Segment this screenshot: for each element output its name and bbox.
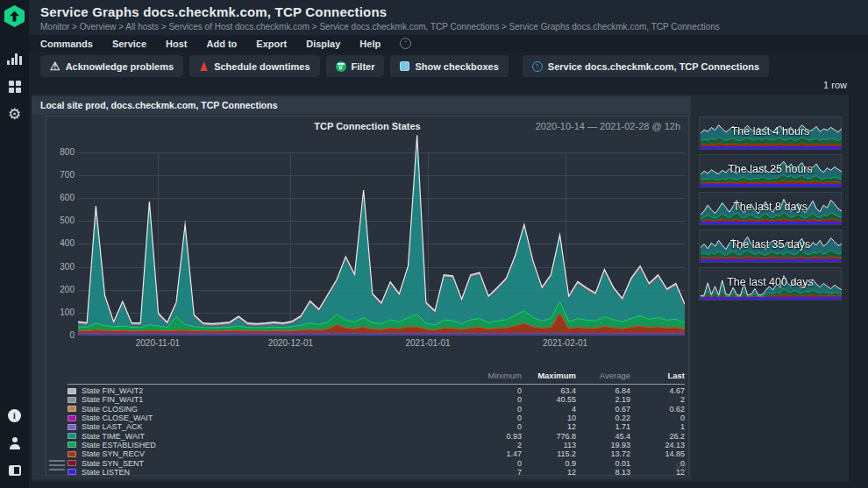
schedule-downtimes-button[interactable]: Schedule downtimes [189,55,319,77]
left-rail: ⚙ i [0,0,29,488]
legend-row-closing[interactable]: State CLOSING040.670.62 [68,405,685,414]
legend-row-fin_wait2[interactable]: State FIN_WAIT2063.46.844.67 [68,386,685,395]
legend-row-listen[interactable]: State LISTEN7128.1312 [68,468,685,477]
series-avg: 45.4 [576,432,630,441]
user-icon[interactable] [0,434,29,453]
series-min: 0.93 [467,432,522,441]
series-last: 1 [630,422,685,431]
series-min: 0 [467,414,522,422]
sidebar-panel-icon [9,465,21,476]
button-label: Show checkboxes [415,61,498,72]
graph-panel: Local site prod, docs.checkmk.com, TCP C… [32,96,691,479]
graph-container: TCP Connection States 2020-10-14 — 2021-… [46,116,689,476]
minigraph-the-last-8-days[interactable]: The last 8 days [699,192,842,225]
customize-icon[interactable] [0,77,29,96]
menu-collapse-button[interactable]: ˆ [400,38,411,49]
series-max: 40.55 [522,395,576,404]
series-avg: 0.22 [576,414,630,422]
grid-icon [9,81,21,93]
menu-item-export[interactable]: Export [256,39,287,49]
legend-row-last_ack[interactable]: State LAST_ACK0121.711 [68,422,685,431]
legend-row-time_wait[interactable]: State TIME_WAIT0.93776.845.426.2 [68,431,685,440]
legend-row-established[interactable]: State ESTABLISHED211319.9324.13 [68,441,685,449]
menu-item-commands[interactable]: Commands [40,39,93,49]
menu-item-service[interactable]: Service [112,39,146,49]
x-tick-2021-01-01: 2021-01-01 [405,338,450,348]
help-icon[interactable]: i [0,406,29,425]
x-tick-2021-02-01: 2021-02-01 [543,338,587,348]
legend-header-last[interactable]: Last [630,371,685,380]
legend-divider [68,384,685,385]
legend-header-maximum[interactable]: Maximum [522,371,576,380]
chart-time-range: 2020-10-14 — 2021-02-28 @ 12h [536,121,680,131]
downtime-cone-icon [199,61,209,71]
series-max: 776.8 [522,432,576,441]
legend-header-minimum[interactable]: Minimum [467,371,522,380]
series-label: State FIN_WAIT2 [82,386,143,395]
series-avg: 2.19 [576,395,630,404]
legend-row-syn_sent[interactable]: State SYN_SENT00.90.010 [68,458,685,467]
minigraph-the-last-400-days[interactable]: The last 400 days [699,267,842,301]
graph-drag-handle[interactable] [49,460,65,473]
minigraph-label: The last 35 days [700,238,841,251]
service-link-icon: ↑ [532,61,543,72]
minigraph-label: The last 400 days [700,276,841,288]
menubar: CommandsServiceHostAdd toExportDisplayHe… [29,35,868,52]
checkmk-logo-icon[interactable] [4,5,25,27]
monitor-icon[interactable] [0,49,29,68]
series-label: State ESTABLISHED [82,441,156,449]
menu-item-host[interactable]: Host [166,39,187,49]
menu-item-display[interactable]: Display [306,39,340,49]
legend-row-syn_recv[interactable]: State SYN_RECV1.47115.213.7214.85 [68,449,685,458]
acknowledge-problems-button[interactable]: ⚠Acknowledge problems [40,55,183,77]
sidebar-toggle-icon[interactable] [0,461,29,480]
series-min: 7 [467,468,522,477]
series-min: 2 [467,441,522,449]
minigraph-the-last-25-hours[interactable]: The last 25 hours [699,154,842,187]
logo-arrow-icon [10,11,19,22]
minigraph-label: The last 8 days [700,201,841,213]
filter-icon [336,61,346,72]
row-count: 1 row [823,80,847,90]
tcp-connections-chart[interactable] [78,134,685,336]
series-min: 0 [467,386,522,395]
graph-resize-handle[interactable] [676,463,687,473]
series-last: 14.85 [630,449,685,458]
series-min: 1.47 [467,449,522,458]
button-label: Service docs.checkmk.com, TCP Connection… [548,61,759,72]
setup-icon[interactable]: ⚙ [0,104,29,124]
y-tick-0: 0 [48,330,75,340]
series-color-swatch [68,433,76,439]
service-docs-checkmk-com-tcp-connections-button[interactable]: ↑Service docs.checkmk.com, TCP Connectio… [523,55,769,77]
info-circle-icon: i [8,409,21,422]
legend-header-average[interactable]: Average [576,371,630,380]
series-label: State SYN_SENT [82,459,144,468]
series-max: 0.9 [522,459,576,468]
series-color-swatch [68,469,76,475]
series-color-swatch [68,406,76,412]
series-color-swatch [68,442,76,448]
menu-item-help[interactable]: Help [359,39,381,49]
breadcrumb[interactable]: Monitor > Overview > All hosts > Service… [40,22,868,32]
series-avg: 19.93 [576,441,630,449]
page-header: Service Graphs docs.checkmk.com, TCP Con… [29,0,868,35]
menu-item-add-to[interactable]: Add to [207,39,238,49]
y-tick-800: 800 [48,147,75,157]
minigraph-the-last-4-hours[interactable]: The last 4 hours [699,117,842,150]
chart-legend: Minimum Maximum Average Last State FIN_W… [68,368,685,477]
y-tick-500: 500 [48,216,75,225]
legend-row-close_wait[interactable]: State CLOSE_WAIT0100.220 [68,414,685,422]
filter-button[interactable]: Filter [326,55,385,77]
legend-row-fin_wait1[interactable]: State FIN_WAIT1040.552.192 [68,395,685,404]
series-color-swatch [68,415,76,421]
series-color-swatch [68,388,76,394]
series-last: 2 [630,395,685,404]
show-checkboxes-button[interactable]: Show checkboxes [390,55,508,77]
y-tick-100: 100 [48,308,75,317]
minigraph-the-last-35-days[interactable]: The last 35 days [699,230,842,263]
series-max: 4 [522,405,576,414]
person-icon [9,437,21,449]
series-avg: 13.72 [576,449,630,458]
page-title: Service Graphs docs.checkmk.com, TCP Con… [40,4,868,19]
series-min: 0 [467,405,522,414]
